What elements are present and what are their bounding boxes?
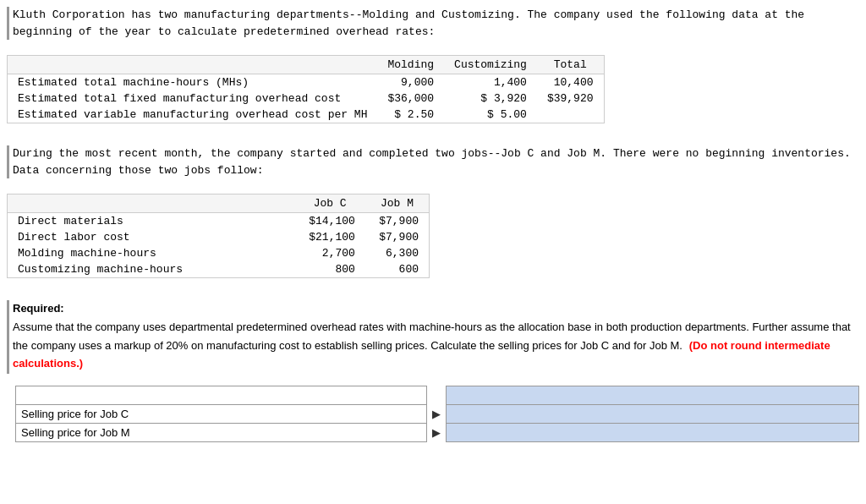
- jobs-section: Job C Job M Direct materials $14,100 $7,…: [7, 187, 859, 290]
- answer-input-jobM-field[interactable]: [452, 426, 853, 439]
- answer-header-row: [16, 386, 859, 405]
- jobs-row-1-jobM: $7,900: [365, 229, 429, 245]
- jobs-row-0-label: Direct materials: [8, 213, 294, 230]
- mid-paragraph: During the most recent month, the compan…: [7, 145, 859, 178]
- answer-header-arrow-spacer: [426, 386, 446, 405]
- jobs-col-jobC: Job C: [294, 194, 364, 213]
- jobs-row-1-label: Direct labor cost: [8, 229, 294, 245]
- overhead-row-2-customizing: $ 5.00: [444, 107, 537, 123]
- answer-input-jobM[interactable]: [446, 424, 858, 442]
- mid-text: During the most recent month, the compan…: [13, 147, 851, 177]
- answer-header-value: [446, 386, 858, 405]
- overhead-col-molding: Molding: [377, 56, 444, 74]
- jobs-table-container: Job C Job M Direct materials $14,100 $7,…: [7, 194, 430, 278]
- jobs-row-2-label: Molding machine-hours: [8, 245, 294, 261]
- answer-input-jobC-field[interactable]: [452, 408, 853, 420]
- jobs-row-0: Direct materials $14,100 $7,900: [8, 213, 429, 230]
- jobs-row-3: Customizing machine-hours 800 600: [8, 261, 429, 277]
- overhead-section: Molding Customizing Total Estimated tota…: [7, 48, 859, 135]
- overhead-row-2: Estimated variable manufacturing overhea…: [8, 107, 604, 123]
- overhead-row-1: Estimated total fixed manufacturing over…: [8, 90, 604, 107]
- jobs-row-0-jobC: $14,100: [294, 213, 364, 230]
- overhead-table: Molding Customizing Total Estimated tota…: [8, 56, 604, 123]
- overhead-row-2-total: [537, 107, 604, 123]
- jobs-row-3-jobM: 600: [365, 261, 429, 277]
- overhead-row-0-molding: 9,000: [377, 74, 444, 91]
- overhead-row-1-customizing: $ 3,920: [444, 90, 537, 107]
- answer-label-jobM: Selling price for Job M: [16, 424, 427, 442]
- overhead-col-total: Total: [537, 56, 604, 74]
- overhead-row-1-total: $39,920: [537, 90, 604, 107]
- jobs-row-3-label: Customizing machine-hours: [8, 261, 294, 277]
- jobs-col-jobM: Job M: [365, 194, 429, 213]
- answer-row-jobC: Selling price for Job C ▶: [16, 405, 859, 424]
- jobs-row-2-jobM: 6,300: [365, 245, 429, 261]
- overhead-row-1-label: Estimated total fixed manufacturing over…: [8, 90, 377, 107]
- answer-label-jobC: Selling price for Job C: [16, 405, 427, 424]
- answer-input-jobC[interactable]: [446, 405, 858, 424]
- overhead-col-customizing: Customizing: [444, 56, 537, 74]
- jobs-row-2: Molding machine-hours 2,700 6,300: [8, 245, 429, 261]
- required-section: Required: Assume that the company uses d…: [7, 300, 859, 374]
- required-label: Required:: [13, 302, 64, 315]
- overhead-row-0: Estimated total machine-hours (MHs) 9,00…: [8, 74, 604, 91]
- intro-text: Kluth Corporation has two manufacturing …: [13, 8, 804, 38]
- answer-section: Selling price for Job C ▶ Selling price …: [7, 386, 859, 442]
- overhead-table-container: Molding Customizing Total Estimated tota…: [7, 55, 605, 123]
- answer-arrow-jobC: ▶: [426, 405, 446, 424]
- jobs-header-row: Job C Job M: [8, 194, 429, 213]
- overhead-header-row: Molding Customizing Total: [8, 56, 604, 74]
- answer-arrow-jobM: ▶: [426, 424, 446, 442]
- jobs-row-1-jobC: $21,100: [294, 229, 364, 245]
- intro-paragraph: Kluth Corporation has two manufacturing …: [7, 7, 859, 40]
- overhead-row-2-molding: $ 2.50: [377, 107, 444, 123]
- jobs-col-label: [8, 194, 294, 213]
- answer-header-label: [16, 386, 427, 405]
- answer-table: Selling price for Job C ▶ Selling price …: [15, 386, 859, 442]
- jobs-row-1: Direct labor cost $21,100 $7,900: [8, 229, 429, 245]
- overhead-row-0-customizing: 1,400: [444, 74, 537, 91]
- answer-row-jobM: Selling price for Job M ▶: [16, 424, 859, 442]
- jobs-row-2-jobC: 2,700: [294, 245, 364, 261]
- jobs-table: Job C Job M Direct materials $14,100 $7,…: [8, 194, 429, 277]
- overhead-row-1-molding: $36,000: [377, 90, 444, 107]
- overhead-row-2-label: Estimated variable manufacturing overhea…: [8, 107, 377, 123]
- overhead-row-0-total: 10,400: [537, 74, 604, 91]
- jobs-row-0-jobM: $7,900: [365, 213, 429, 230]
- jobs-row-3-jobC: 800: [294, 261, 364, 277]
- overhead-col-label: [8, 56, 377, 74]
- overhead-row-0-label: Estimated total machine-hours (MHs): [8, 74, 377, 91]
